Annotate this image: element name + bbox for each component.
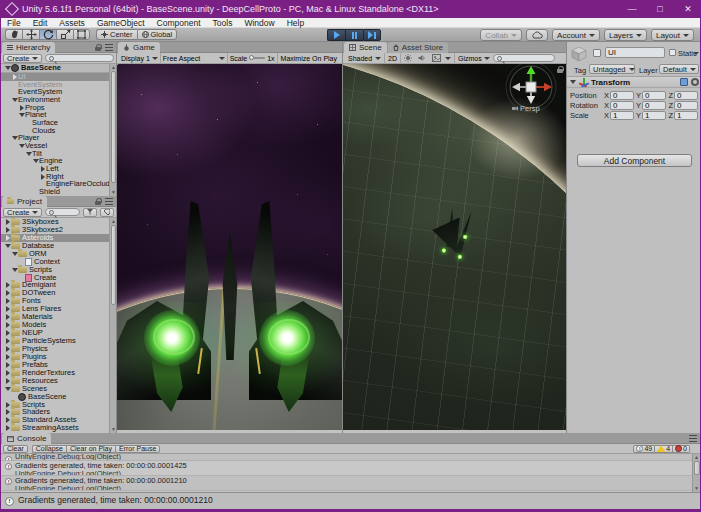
layers-dropdown[interactable]: Layers — [604, 29, 647, 41]
foldout-icon[interactable] — [4, 290, 11, 296]
lighting-toggle[interactable] — [401, 53, 415, 64]
foldout-icon[interactable] — [4, 378, 11, 384]
name-field[interactable]: UI — [605, 47, 665, 58]
scale-slider[interactable] — [249, 57, 265, 59]
foldout-icon[interactable] — [11, 252, 18, 256]
maximize-on-play-toggle[interactable]: Maximize On Play — [278, 53, 340, 64]
hierarchy-item-surface[interactable]: Surface — [1, 119, 109, 127]
foldout-icon[interactable] — [4, 417, 11, 423]
error-pause-toggle[interactable]: Error Pause — [115, 445, 160, 453]
menu-gameobject[interactable]: GameObject — [91, 18, 151, 28]
error-count-badge[interactable]: 0 — [673, 445, 690, 453]
project-item-physics[interactable]: Physics — [1, 345, 109, 353]
project-item-streamingassets[interactable]: StreamingAssets — [1, 424, 109, 432]
lock-icon[interactable] — [95, 44, 102, 51]
rotate-tool-button[interactable] — [39, 29, 56, 40]
scale-y-field[interactable]: 1 — [642, 111, 666, 120]
foldout-icon[interactable] — [11, 98, 18, 102]
project-scrollbar[interactable]: ▲▼ — [109, 218, 116, 433]
hierarchy-item-vessel[interactable]: Vessel — [1, 142, 109, 150]
aspect-dropdown[interactable]: Free Aspect — [161, 53, 228, 64]
search-by-label-button[interactable] — [100, 208, 114, 217]
foldout-icon[interactable] — [4, 402, 11, 408]
menu-assets[interactable]: Assets — [53, 18, 91, 28]
foldout-icon[interactable] — [4, 362, 11, 368]
foldout-icon[interactable] — [4, 66, 11, 70]
hierarchy-search-input[interactable] — [45, 54, 114, 62]
foldout-icon[interactable] — [11, 74, 18, 80]
foldout-icon[interactable] — [4, 338, 11, 344]
scale-z-field[interactable]: 1 — [674, 111, 698, 120]
audio-toggle[interactable] — [415, 53, 429, 64]
rotation-z-field[interactable]: 0 — [674, 101, 698, 110]
foldout-icon[interactable] — [4, 387, 11, 391]
project-item-asteroids[interactable]: Asteroids — [1, 234, 109, 242]
play-button[interactable] — [327, 29, 345, 41]
hierarchy-item-props[interactable]: Props — [1, 104, 109, 112]
hierarchy-scrollbar[interactable]: ▲▼ — [109, 64, 116, 196]
project-menu-icon[interactable] — [105, 198, 113, 205]
add-component-button[interactable]: Add Component — [577, 154, 692, 167]
position-z-field[interactable]: 0 — [674, 91, 698, 100]
scene-view[interactable]: x Persp — [343, 64, 566, 430]
foldout-icon[interactable] — [4, 314, 11, 320]
tab-project[interactable]: Project — [2, 196, 47, 207]
status-bar[interactable]: ! Gradients generated, time taken: 00:00… — [1, 492, 700, 509]
game-view[interactable] — [117, 64, 342, 430]
project-item-3skyboxes2[interactable]: 3Skyboxes2 — [1, 226, 109, 234]
pivot-toggle-button[interactable]: Center — [96, 29, 137, 40]
rotation-toggle-button[interactable]: Global — [137, 29, 178, 40]
foldout-icon[interactable] — [4, 425, 11, 431]
foldout-icon[interactable] — [18, 105, 25, 111]
foldout-icon[interactable] — [11, 268, 18, 272]
tab-asset-store[interactable]: Asset Store — [388, 42, 448, 53]
search-by-type-button[interactable] — [83, 208, 97, 217]
hierarchy-item-player[interactable]: Player — [1, 135, 109, 143]
project-item-scripts[interactable]: Scripts — [1, 401, 109, 409]
project-item-materials[interactable]: Materials — [1, 313, 109, 321]
foldout-icon[interactable] — [39, 174, 46, 180]
clear-button[interactable]: Clear — [3, 445, 28, 453]
2d-toggle[interactable]: 2D — [385, 53, 401, 64]
foldout-icon[interactable] — [4, 322, 11, 328]
foldout-icon[interactable] — [18, 113, 25, 117]
project-item-basescene[interactable]: BaseScene — [1, 393, 109, 401]
collab-dropdown[interactable]: Collab — [480, 29, 522, 41]
project-item-plugins[interactable]: Plugins — [1, 353, 109, 361]
menu-file[interactable]: File — [1, 18, 27, 28]
rotation-x-field[interactable]: 0 — [610, 101, 634, 110]
rotation-y-field[interactable]: 0 — [642, 101, 666, 110]
foldout-icon[interactable] — [11, 136, 18, 140]
move-tool-button[interactable] — [22, 29, 39, 40]
foldout-icon[interactable] — [4, 227, 11, 233]
close-button[interactable]: ✕ — [674, 0, 701, 18]
position-x-field[interactable]: 0 — [610, 91, 634, 100]
tab-game[interactable]: Game — [118, 42, 160, 53]
pan-tool-button[interactable] — [5, 29, 22, 40]
account-dropdown[interactable]: Account — [552, 29, 600, 41]
active-checkbox[interactable] — [593, 49, 601, 57]
gizmos-dropdown[interactable]: Gizmos — [455, 53, 493, 64]
foldout-icon[interactable] — [4, 354, 11, 360]
log-entry[interactable]: ! Gradients generated, time taken: 00:00… — [1, 461, 692, 476]
info-count-badge[interactable]: !49 — [633, 445, 655, 453]
tag-dropdown[interactable]: Untagged — [589, 64, 635, 74]
maximize-button[interactable]: □ — [646, 0, 674, 18]
project-item-models[interactable]: Models — [1, 321, 109, 329]
transform-header[interactable]: Transform — [567, 76, 701, 88]
foldout-icon[interactable] — [4, 330, 11, 336]
menu-window[interactable]: Window — [238, 18, 280, 28]
foldout-icon[interactable] — [18, 144, 25, 148]
foldout-icon[interactable] — [32, 159, 39, 163]
log-entry[interactable]: ! Gradients generated, time taken: 00:00… — [1, 476, 692, 491]
help-icon[interactable] — [680, 78, 688, 86]
hierarchy-menu-icon[interactable] — [105, 44, 113, 51]
foldout-icon[interactable] — [4, 370, 11, 376]
collapse-toggle[interactable]: Collapse — [32, 445, 66, 453]
foldout-icon[interactable] — [4, 235, 11, 241]
console-menu-icon[interactable] — [689, 435, 697, 442]
effects-dropdown[interactable] — [429, 53, 455, 64]
warning-count-badge[interactable]: 4 — [655, 445, 673, 453]
shading-dropdown[interactable]: Shaded — [345, 53, 385, 64]
foldout-icon[interactable] — [4, 298, 11, 304]
